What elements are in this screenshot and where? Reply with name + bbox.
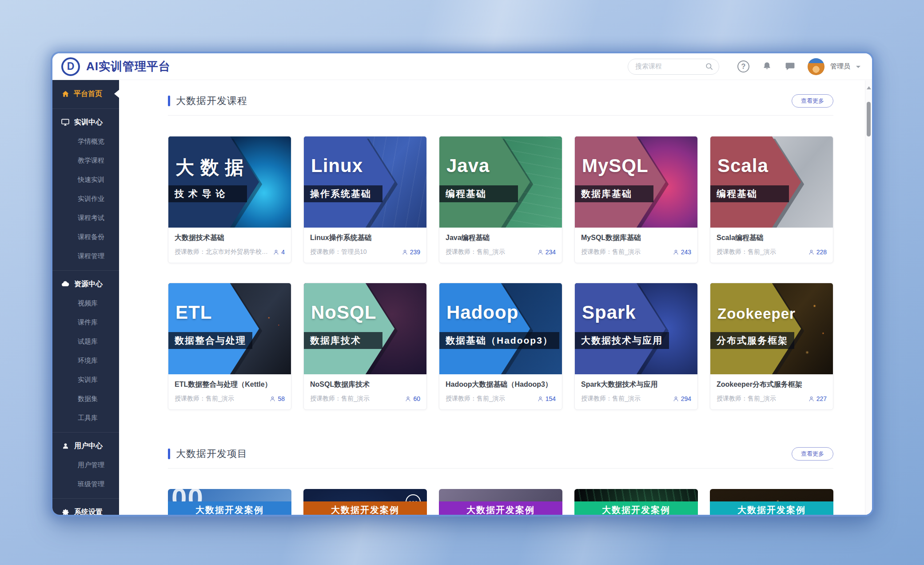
student-count-value: 154 bbox=[546, 395, 556, 402]
course-card[interactable]: Spark 大数据技术与应用 Spark大数据技术与应用 授课教师：售前_演示 … bbox=[574, 283, 698, 410]
sidebar-group-gear[interactable]: 系统设置 bbox=[52, 502, 119, 515]
sidebar-item[interactable]: 数据集 bbox=[52, 389, 119, 409]
sidebar-item[interactable]: 课程备份 bbox=[52, 228, 119, 247]
course-title[interactable]: Scala编程基础 bbox=[717, 233, 827, 243]
sidebar-item[interactable]: 教学课程 bbox=[52, 151, 119, 170]
project-card[interactable]: 大数据开发案例 bbox=[303, 489, 427, 515]
student-count-value: 243 bbox=[681, 248, 691, 256]
thumb-arrow bbox=[439, 283, 562, 374]
sidebar-group-monitor[interactable]: 实训中心 bbox=[52, 112, 119, 132]
project-card[interactable]: 大数据开发案例 bbox=[710, 489, 833, 515]
project-banner-label: 大数据开发案例 bbox=[466, 505, 535, 515]
project-card[interactable]: 00 大数据开发案例 bbox=[168, 489, 291, 515]
project-card[interactable]: 大数据开发案例 bbox=[574, 489, 698, 515]
course-title[interactable]: Hadoop大数据基础（Hadoop3） bbox=[446, 380, 556, 389]
sidebar-item[interactable]: 实训作业 bbox=[52, 189, 119, 208]
sidebar-item[interactable]: 课程考试 bbox=[52, 208, 119, 228]
course-card-body: 大数据技术基础 授课教师：北京市对外贸易学校教... 4 bbox=[168, 228, 291, 263]
course-card[interactable]: Zookeeper 分布式服务框架 Zookeeper分布式服务框架 授课教师：… bbox=[710, 283, 833, 410]
course-title[interactable]: MySQL数据库基础 bbox=[581, 233, 691, 243]
person-icon bbox=[269, 396, 276, 402]
person-icon bbox=[537, 396, 544, 402]
course-card[interactable]: Java 编程基础 Java编程基础 授课教师：售前_演示 234 bbox=[439, 136, 562, 263]
course-title[interactable]: NoSQL数据库技术 bbox=[310, 380, 420, 389]
course-title[interactable]: Linux操作系统基础 bbox=[310, 233, 420, 243]
sidebar-group-user[interactable]: 用户中心 bbox=[52, 436, 119, 456]
sidebar-divider bbox=[52, 432, 119, 433]
view-more-button[interactable]: 查看更多 bbox=[792, 94, 833, 108]
sidebar-item[interactable]: 用户管理 bbox=[52, 456, 119, 475]
course-card[interactable]: Hadoop 数据基础（Hadoop3） Hadoop大数据基础（Hadoop3… bbox=[439, 283, 562, 410]
sidebar-item[interactable]: 试题库 bbox=[52, 332, 119, 351]
app-window: AI实训管理平台 搜索课程 管理员 平台首页 bbox=[52, 53, 872, 515]
project-card[interactable]: 大数据开发案例 bbox=[439, 489, 562, 515]
search-icon[interactable] bbox=[705, 62, 713, 71]
course-thumbnail: 大 数 据 技 术 导 论 bbox=[168, 136, 291, 228]
thumb-headline: Java bbox=[446, 155, 490, 176]
course-card[interactable]: NoSQL 数据库技术 NoSQL数据库技术 授课教师：售前_演示 60 bbox=[303, 283, 427, 410]
view-more-button[interactable]: 查看更多 bbox=[792, 447, 833, 461]
course-title[interactable]: Zookeeper分布式服务框架 bbox=[717, 380, 827, 389]
course-thumbnail: Scala 编程基础 bbox=[710, 136, 833, 228]
thumb-arrow bbox=[710, 136, 833, 228]
course-title[interactable]: Java编程基础 bbox=[446, 233, 556, 243]
user-avatar[interactable] bbox=[808, 58, 824, 75]
course-teacher: 授课教师：售前_演示 bbox=[717, 248, 805, 256]
search-input[interactable]: 搜索课程 bbox=[628, 59, 719, 75]
project-banner: 大数据开发案例 bbox=[710, 501, 833, 515]
thumb-headline: Zookeeper bbox=[717, 305, 796, 322]
sidebar-item[interactable]: 课程管理 bbox=[52, 247, 119, 266]
course-title[interactable]: Spark大数据技术与应用 bbox=[581, 380, 691, 389]
course-teacher: 授课教师：售前_演示 bbox=[581, 248, 669, 256]
course-teacher: 授课教师：售前_演示 bbox=[446, 248, 534, 256]
vertical-scrollbar[interactable] bbox=[865, 80, 872, 515]
course-teacher: 授课教师：管理员10 bbox=[310, 248, 398, 256]
course-teacher: 授课教师：售前_演示 bbox=[581, 395, 669, 403]
sidebar-item[interactable]: 快速实训 bbox=[52, 170, 119, 189]
course-card[interactable]: MySQL 数据库基础 MySQL数据库基础 授课教师：售前_演示 243 bbox=[574, 136, 698, 263]
app-logo-icon[interactable] bbox=[61, 57, 80, 76]
user-name[interactable]: 管理员 bbox=[830, 62, 850, 71]
project-banner: 大数据开发案例 bbox=[303, 501, 427, 515]
course-card[interactable]: ETL 数据整合与处理 ETL数据整合与处理（Kettle） 授课教师：售前_演… bbox=[168, 283, 291, 410]
messages-chat-icon[interactable] bbox=[785, 61, 796, 72]
course-card[interactable]: 大 数 据 技 术 导 论 大数据技术基础 授课教师：北京市对外贸易学校教...… bbox=[168, 136, 291, 263]
course-title[interactable]: ETL数据整合与处理（Kettle） bbox=[175, 380, 285, 389]
sidebar-item[interactable]: 班级管理 bbox=[52, 475, 119, 494]
chevron-down-icon[interactable] bbox=[856, 66, 860, 70]
sidebar-item[interactable]: 课件库 bbox=[52, 313, 119, 332]
scrollbar-thumb[interactable] bbox=[867, 102, 871, 136]
notifications-bell-icon[interactable] bbox=[761, 61, 773, 72]
sidebar-item[interactable]: 环境库 bbox=[52, 351, 119, 370]
thumb-arrow bbox=[439, 136, 562, 228]
sidebar-item[interactable]: 视频库 bbox=[52, 294, 119, 313]
thumb-arrow bbox=[304, 136, 426, 228]
sidebar-item[interactable]: 学情概览 bbox=[52, 132, 119, 151]
course-meta: 授课教师：售前_演示 58 bbox=[175, 395, 285, 403]
course-title[interactable]: 大数据技术基础 bbox=[175, 233, 285, 243]
course-meta: 授课教师：售前_演示 228 bbox=[717, 248, 827, 256]
student-count-value: 60 bbox=[413, 395, 420, 402]
thumb-headline: NoSQL bbox=[311, 302, 376, 323]
project-banner-label: 大数据开发案例 bbox=[602, 505, 670, 515]
course-card[interactable]: Linux 操作系统基础 Linux操作系统基础 授课教师：管理员10 239 bbox=[303, 136, 427, 263]
course-thumbnail: Spark 大数据技术与应用 bbox=[575, 283, 697, 374]
thumb-subtitle: 分布式服务框架 bbox=[710, 332, 794, 349]
student-count: 228 bbox=[808, 248, 827, 256]
sidebar-item-home[interactable]: 平台首页 bbox=[52, 84, 119, 104]
scroll-up-arrow-icon[interactable] bbox=[867, 84, 871, 89]
course-thumbnail: MySQL 数据库基础 bbox=[575, 136, 697, 228]
sidebar-group-label: 资源中心 bbox=[74, 280, 103, 289]
course-thumbnail: Zookeeper 分布式服务框架 bbox=[710, 283, 833, 374]
sidebar-group-cloud[interactable]: 资源中心 bbox=[52, 274, 119, 294]
sidebar-item[interactable]: 实训库 bbox=[52, 370, 119, 389]
course-card-body: Scala编程基础 授课教师：售前_演示 228 bbox=[710, 228, 833, 263]
sidebar-item[interactable]: 工具库 bbox=[52, 409, 119, 428]
course-teacher: 授课教师：售前_演示 bbox=[717, 395, 805, 403]
project-card-grid: 00 大数据开发案例 大数据开发案例 大数据开发案例 大数据开发案例 大数据开发… bbox=[168, 489, 833, 515]
course-card-body: NoSQL数据库技术 授课教师：售前_演示 60 bbox=[304, 374, 426, 409]
help-icon[interactable] bbox=[737, 60, 749, 72]
course-card[interactable]: Scala 编程基础 Scala编程基础 授课教师：售前_演示 228 bbox=[710, 136, 833, 263]
person-icon bbox=[402, 249, 408, 256]
course-meta: 授课教师：售前_演示 294 bbox=[581, 395, 691, 403]
